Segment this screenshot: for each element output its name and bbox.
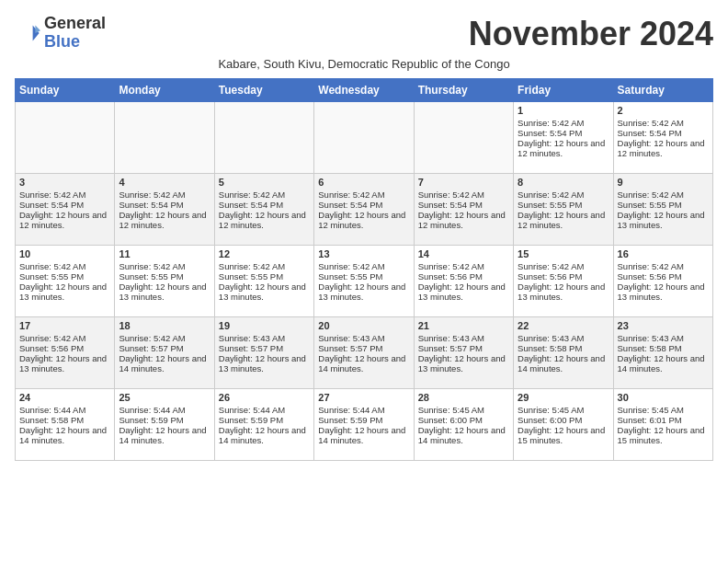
day-info: Sunset: 5:59 PM xyxy=(219,415,310,425)
calendar-table: SundayMondayTuesdayWednesdayThursdayFrid… xyxy=(15,78,713,461)
day-info: Daylight: 12 hours and 14 minutes. xyxy=(618,353,709,373)
day-info: Sunset: 5:54 PM xyxy=(318,200,409,210)
day-info: Daylight: 12 hours and 15 minutes. xyxy=(618,425,709,445)
day-number: 2 xyxy=(618,105,709,116)
day-number: 30 xyxy=(618,392,709,403)
day-info: Sunrise: 5:42 AM xyxy=(518,118,609,128)
day-info: Sunrise: 5:44 AM xyxy=(318,405,409,415)
day-info: Daylight: 12 hours and 12 minutes. xyxy=(518,210,609,230)
day-info: Sunrise: 5:42 AM xyxy=(418,261,509,271)
day-info: Sunset: 5:59 PM xyxy=(119,415,210,425)
day-number: 11 xyxy=(119,248,210,259)
day-info: Sunrise: 5:42 AM xyxy=(318,261,409,271)
day-info: Daylight: 12 hours and 13 minutes. xyxy=(19,353,110,373)
day-info: Sunrise: 5:44 AM xyxy=(19,405,110,415)
weekday-header: Wednesday xyxy=(314,79,414,102)
day-info: Daylight: 12 hours and 12 minutes. xyxy=(318,210,409,230)
day-info: Daylight: 12 hours and 14 minutes. xyxy=(119,425,210,445)
day-info: Sunrise: 5:42 AM xyxy=(19,333,110,343)
page-header: General Blue November 2024 xyxy=(15,15,713,53)
day-info: Daylight: 12 hours and 14 minutes. xyxy=(318,353,409,373)
day-info: Sunrise: 5:43 AM xyxy=(318,333,409,343)
day-info: Sunrise: 5:43 AM xyxy=(219,333,310,343)
day-info: Daylight: 12 hours and 15 minutes. xyxy=(518,425,609,445)
day-info: Sunrise: 5:44 AM xyxy=(219,405,310,415)
day-info: Sunset: 5:57 PM xyxy=(318,343,409,353)
day-info: Daylight: 12 hours and 13 minutes. xyxy=(518,282,609,302)
day-info: Sunset: 5:55 PM xyxy=(618,200,709,210)
day-number: 6 xyxy=(318,177,409,188)
calendar-cell xyxy=(314,102,414,174)
day-info: Sunrise: 5:45 AM xyxy=(518,405,609,415)
day-number: 28 xyxy=(418,392,509,403)
calendar-cell: 15Sunrise: 5:42 AMSunset: 5:56 PMDayligh… xyxy=(514,246,613,317)
day-info: Daylight: 12 hours and 13 minutes. xyxy=(219,282,310,302)
day-info: Daylight: 12 hours and 12 minutes. xyxy=(418,210,509,230)
day-info: Daylight: 12 hours and 13 minutes. xyxy=(618,282,709,302)
day-info: Daylight: 12 hours and 12 minutes. xyxy=(119,210,210,230)
calendar-cell: 8Sunrise: 5:42 AMSunset: 5:55 PMDaylight… xyxy=(514,174,613,246)
calendar-cell xyxy=(414,102,513,174)
day-number: 14 xyxy=(418,248,509,259)
calendar-cell: 14Sunrise: 5:42 AMSunset: 5:56 PMDayligh… xyxy=(414,246,513,317)
day-number: 21 xyxy=(418,320,509,331)
day-info: Sunset: 5:57 PM xyxy=(418,343,509,353)
day-info: Sunset: 5:56 PM xyxy=(418,271,509,282)
day-info: Sunrise: 5:42 AM xyxy=(19,261,110,271)
calendar-cell: 26Sunrise: 5:44 AMSunset: 5:59 PMDayligh… xyxy=(214,389,313,461)
day-number: 3 xyxy=(19,177,110,188)
day-info: Sunrise: 5:44 AM xyxy=(119,405,210,415)
calendar-cell: 20Sunrise: 5:43 AMSunset: 5:57 PMDayligh… xyxy=(314,317,414,389)
logo: General Blue xyxy=(15,15,106,52)
calendar-cell: 10Sunrise: 5:42 AMSunset: 5:55 PMDayligh… xyxy=(16,246,115,317)
location-subtitle: Kabare, South Kivu, Democratic Republic … xyxy=(15,57,713,71)
day-info: Sunset: 5:59 PM xyxy=(318,415,409,425)
day-info: Sunrise: 5:43 AM xyxy=(618,333,709,343)
logo-icon xyxy=(15,20,40,46)
day-info: Sunrise: 5:42 AM xyxy=(518,261,609,271)
day-info: Sunset: 5:54 PM xyxy=(418,200,509,210)
calendar-cell: 25Sunrise: 5:44 AMSunset: 5:59 PMDayligh… xyxy=(115,389,214,461)
weekday-header: Monday xyxy=(115,79,214,102)
calendar-cell xyxy=(214,102,313,174)
day-info: Daylight: 12 hours and 14 minutes. xyxy=(518,353,609,373)
calendar-cell: 11Sunrise: 5:42 AMSunset: 5:55 PMDayligh… xyxy=(115,246,214,317)
day-number: 29 xyxy=(518,392,609,403)
day-number: 23 xyxy=(618,320,709,331)
day-info: Sunset: 5:54 PM xyxy=(119,200,210,210)
day-info: Daylight: 12 hours and 14 minutes. xyxy=(318,425,409,445)
calendar-cell: 2Sunrise: 5:42 AMSunset: 5:54 PMDaylight… xyxy=(613,102,712,174)
calendar-week-row: 24Sunrise: 5:44 AMSunset: 5:58 PMDayligh… xyxy=(16,389,713,461)
day-info: Sunset: 5:58 PM xyxy=(618,343,709,353)
day-info: Sunrise: 5:45 AM xyxy=(618,405,709,415)
day-info: Daylight: 12 hours and 13 minutes. xyxy=(418,282,509,302)
day-info: Sunrise: 5:42 AM xyxy=(618,261,709,271)
title-section: November 2024 xyxy=(469,15,713,53)
day-number: 7 xyxy=(418,177,509,188)
day-info: Daylight: 12 hours and 12 minutes. xyxy=(618,138,709,158)
day-info: Sunset: 5:55 PM xyxy=(518,200,609,210)
day-number: 17 xyxy=(19,320,110,331)
calendar-cell: 4Sunrise: 5:42 AMSunset: 5:54 PMDaylight… xyxy=(115,174,214,246)
day-info: Sunrise: 5:42 AM xyxy=(119,261,210,271)
day-info: Sunrise: 5:43 AM xyxy=(418,333,509,343)
day-number: 1 xyxy=(518,105,609,116)
day-number: 22 xyxy=(518,320,609,331)
day-info: Sunset: 5:56 PM xyxy=(618,271,709,282)
day-number: 8 xyxy=(518,177,609,188)
day-info: Daylight: 12 hours and 13 minutes. xyxy=(418,353,509,373)
day-info: Sunset: 5:55 PM xyxy=(219,271,310,282)
calendar-header-row: SundayMondayTuesdayWednesdayThursdayFrid… xyxy=(16,79,713,102)
day-info: Daylight: 12 hours and 14 minutes. xyxy=(119,353,210,373)
calendar-cell: 16Sunrise: 5:42 AMSunset: 5:56 PMDayligh… xyxy=(613,246,712,317)
day-info: Sunset: 6:01 PM xyxy=(618,415,709,425)
day-info: Daylight: 12 hours and 12 minutes. xyxy=(219,210,310,230)
day-info: Daylight: 12 hours and 13 minutes. xyxy=(119,282,210,302)
day-info: Daylight: 12 hours and 14 minutes. xyxy=(418,425,509,445)
day-info: Sunrise: 5:42 AM xyxy=(119,190,210,200)
calendar-week-row: 17Sunrise: 5:42 AMSunset: 5:56 PMDayligh… xyxy=(16,317,713,389)
day-info: Daylight: 12 hours and 14 minutes. xyxy=(219,425,310,445)
day-info: Daylight: 12 hours and 13 minutes. xyxy=(618,210,709,230)
calendar-cell: 12Sunrise: 5:42 AMSunset: 5:55 PMDayligh… xyxy=(214,246,313,317)
day-number: 12 xyxy=(219,248,310,259)
